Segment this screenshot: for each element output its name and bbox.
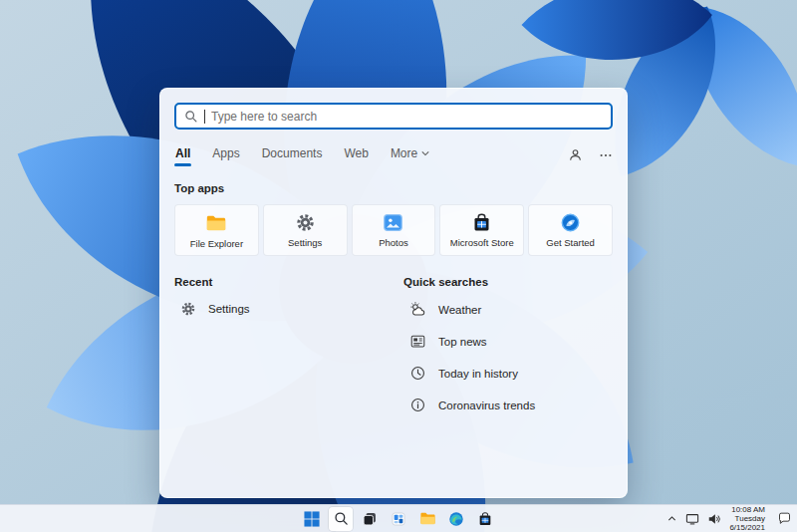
recent-list: Settings [174,301,403,317]
panel-header-actions [568,147,613,168]
edge-icon [448,511,464,527]
windows-logo-icon [304,511,320,527]
folder-icon [205,212,227,234]
desktop: All Apps Documents Web More Top apps [0,0,797,532]
task-view-button[interactable] [358,507,382,531]
weather-icon [409,301,426,318]
tab-more[interactable]: More [390,146,430,168]
recent-item-label: Settings [208,303,250,315]
info-icon [409,397,426,413]
taskbar-search-button[interactable] [329,507,353,531]
start-button[interactable] [300,507,324,531]
taskbar-center [300,505,497,532]
quick-searches-list: Weather Top news Today in history [403,301,613,413]
clock-icon [409,365,426,382]
store-bag-icon [471,212,492,233]
top-apps-title: Top apps [174,182,613,194]
recent-title: Recent [174,276,403,288]
tab-web[interactable]: Web [343,146,369,168]
quick-search-top-news[interactable]: Top news [403,333,613,350]
app-card-get-started[interactable]: Get Started [528,204,613,256]
store-button[interactable] [473,507,497,531]
clock-date: 6/15/2021 [729,523,765,532]
file-explorer-button[interactable] [415,507,439,531]
clock-weekday: Tuesday [729,514,765,523]
store-bag-icon [477,511,493,527]
app-card-photos[interactable]: Photos [352,204,436,256]
quick-search-label: Today in history [438,368,518,380]
panel-columns: Recent Settings Quick searches [174,276,613,413]
display-icon[interactable] [685,512,699,526]
system-tray: 10:08 AM Tuesday 6/15/2021 [666,505,792,532]
clock-time: 10:08 AM [729,505,765,514]
text-caret [204,110,205,124]
account-icon[interactable] [568,147,583,162]
chevron-down-icon [421,150,429,156]
news-icon [409,333,426,350]
recent-item-settings[interactable]: Settings [174,301,403,317]
app-card-label: Microsoft Store [450,237,514,248]
quick-searches-title: Quick searches [403,276,613,288]
app-card-label: Settings [288,237,322,248]
quick-search-weather[interactable]: Weather [403,301,613,318]
tab-apps[interactable]: Apps [211,146,240,168]
gear-icon [295,212,316,233]
widgets-icon [391,511,406,527]
app-card-label: File Explorer [190,238,243,249]
top-apps-section: Top apps File Explorer Settings [174,182,613,256]
volume-icon[interactable] [707,512,721,526]
taskbar-clock[interactable]: 10:08 AM Tuesday 6/15/2021 [729,505,765,532]
quick-search-label: Top news [438,336,487,348]
search-input[interactable] [211,110,603,124]
chevron-up-icon[interactable] [666,513,677,524]
photos-icon [383,212,403,233]
search-panel: All Apps Documents Web More Top apps [159,88,628,498]
search-filter-tabs: All Apps Documents Web More [174,146,613,168]
tab-all[interactable]: All [174,146,191,168]
get-started-icon [560,212,581,233]
search-box[interactable] [174,103,613,130]
taskbar: 10:08 AM Tuesday 6/15/2021 [0,504,797,532]
tab-documents[interactable]: Documents [261,146,324,168]
top-apps-cards: File Explorer Settings Photos [174,204,613,256]
app-card-microsoft-store[interactable]: Microsoft Store [439,204,524,256]
chat-bubble-icon[interactable] [777,511,792,526]
quick-search-coronavirus-trends[interactable]: Coronavirus trends [403,397,613,413]
folder-icon [419,510,436,527]
app-card-settings[interactable]: Settings [263,204,348,256]
app-card-label: Photos [379,237,408,248]
widgets-button[interactable] [387,507,410,531]
quick-search-label: Coronavirus trends [438,399,535,411]
quick-search-label: Weather [438,304,481,316]
gear-icon [180,301,196,317]
quick-search-today-in-history[interactable]: Today in history [403,365,613,382]
recent-section: Recent Settings [174,276,403,413]
ellipsis-icon[interactable] [599,148,613,162]
app-card-label: Get Started [546,237,595,248]
app-card-file-explorer[interactable]: File Explorer [174,204,259,256]
search-icon [334,511,349,526]
task-view-icon [362,511,378,527]
quick-searches-section: Quick searches Weather Top news [403,276,613,413]
search-icon [184,110,198,124]
edge-button[interactable] [444,507,468,531]
